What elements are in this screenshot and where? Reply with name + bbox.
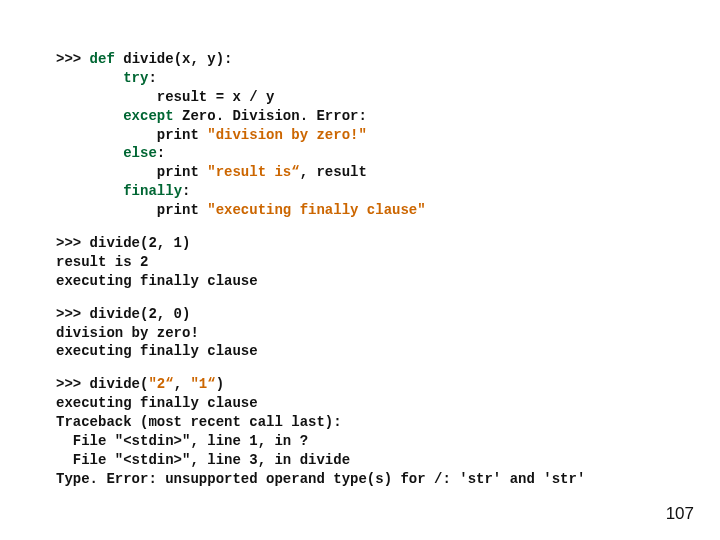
repl-call: >>> divide(2, 1)	[56, 235, 190, 251]
code-line: result = x / y	[56, 89, 274, 105]
traceback-line: File "<stdin>", line 3, in divide	[56, 452, 350, 468]
keyword-else: else	[123, 145, 157, 161]
except-type: Zero. Division. Error:	[182, 108, 367, 124]
string-literal: "executing finally clause"	[207, 202, 425, 218]
repl-call-part: ,	[174, 376, 191, 392]
code-definition-block: >>> def divide(x, y): try: result = x / …	[56, 50, 672, 220]
page-number: 107	[666, 503, 694, 526]
colon: :	[148, 70, 156, 86]
output-block-2: >>> divide(2, 0) division by zero! execu…	[56, 305, 672, 362]
indent-print: print	[56, 127, 207, 143]
colon: :	[182, 183, 190, 199]
output-line: executing finally clause	[56, 273, 258, 289]
slide-content: >>> def divide(x, y): try: result = x / …	[0, 0, 720, 489]
keyword-finally: finally	[123, 183, 182, 199]
output-line: executing finally clause	[56, 343, 258, 359]
output-block-3: >>> divide("2“, "1“) executing finally c…	[56, 375, 672, 488]
string-literal: "1“	[190, 376, 215, 392]
def-signature: divide(x, y):	[115, 51, 233, 67]
colon: :	[157, 145, 165, 161]
output-line: result is 2	[56, 254, 148, 270]
error-line: Type. Error: unsupported operand type(s)…	[56, 471, 585, 487]
output-line: division by zero!	[56, 325, 199, 341]
keyword-def: def	[90, 51, 115, 67]
repl-call-part: )	[216, 376, 224, 392]
keyword-try: try	[123, 70, 148, 86]
repl-call: >>> divide(2, 0)	[56, 306, 190, 322]
string-literal: "result is“	[207, 164, 299, 180]
indent	[56, 183, 123, 199]
indent	[56, 70, 123, 86]
string-literal: "2“	[148, 376, 173, 392]
indent	[56, 108, 123, 124]
print-args: , result	[300, 164, 367, 180]
output-block-1: >>> divide(2, 1) result is 2 executing f…	[56, 234, 672, 291]
traceback-line: File "<stdin>", line 1, in ?	[56, 433, 308, 449]
traceback-header: Traceback (most recent call last):	[56, 414, 342, 430]
output-line: executing finally clause	[56, 395, 258, 411]
indent	[56, 145, 123, 161]
string-literal: "division by zero!"	[207, 127, 367, 143]
indent-print: print	[56, 164, 207, 180]
keyword-except: except	[123, 108, 182, 124]
repl-call-part: >>> divide(	[56, 376, 148, 392]
indent-print: print	[56, 202, 207, 218]
repl-prompt: >>>	[56, 51, 90, 67]
